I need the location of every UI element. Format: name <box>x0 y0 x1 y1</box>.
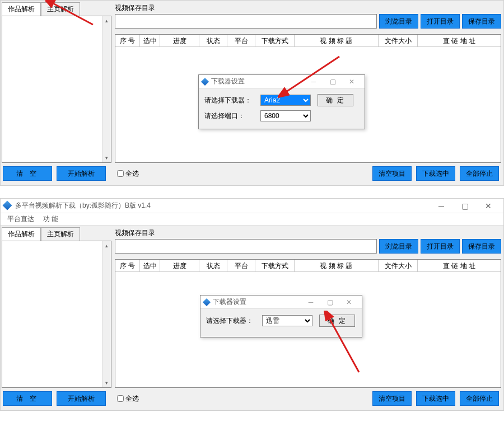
titlebar[interactable]: 多平台视频解析下载（by:孤影随行）B版 v1.4 ─ ▢ ✕ <box>1 199 503 213</box>
th-title[interactable]: 视 频 标 题 <box>295 35 379 46</box>
save-dir-button[interactable]: 保存目录 <box>462 14 501 29</box>
menu-platform[interactable]: 平台直达 <box>3 214 39 224</box>
dialog-title: 下载器设置 <box>211 77 304 86</box>
browse-dir-button[interactable]: 浏览目录 <box>379 14 418 29</box>
downloader-settings-dialog: 下载器设置 ─ ▢ ✕ 请选择下载器： Aria2 确 定 请选择端口： 680… <box>198 74 365 129</box>
downloader-settings-dialog: 下载器设置 ─ ▢ ✕ 请选择下载器： 迅雷 确 定 <box>200 295 362 337</box>
left-bottom-row: 清 空 开始解析 <box>2 163 111 184</box>
scroll-down[interactable]: ▾ <box>102 153 111 162</box>
scrollbar[interactable]: ▴ ▾ <box>102 16 111 162</box>
dialog-confirm-button[interactable]: 确 定 <box>318 94 353 106</box>
dialog-icon <box>204 299 211 306</box>
table-header: 序 号 选中 进度 状态 平台 下载方式 视 频 标 题 文件大小 直 链 地 … <box>115 35 501 47</box>
download-selected-button[interactable]: 下载选中 <box>416 391 455 406</box>
tab-home[interactable]: 主页解析 <box>41 227 80 241</box>
left-listbox[interactable]: ▴ ▾ <box>2 241 111 388</box>
save-dir-section: 视频保存目录 浏览目录 打开目录 保存目录 <box>115 2 501 29</box>
dialog-maximize[interactable]: ▢ <box>320 296 339 308</box>
left-listbox[interactable]: ▴ ▾ <box>2 16 111 163</box>
th-platform[interactable]: 平台 <box>227 35 255 46</box>
close-button[interactable]: ✕ <box>477 199 500 213</box>
clear-button[interactable]: 清 空 <box>3 391 52 406</box>
th-size[interactable]: 文件大小 <box>379 260 418 271</box>
downloader-label: 请选择下载器： <box>204 96 258 105</box>
scroll-up[interactable]: ▴ <box>102 241 111 250</box>
th-size[interactable]: 文件大小 <box>379 35 418 46</box>
start-parse-button[interactable]: 开始解析 <box>57 391 106 406</box>
th-progress[interactable]: 进度 <box>160 35 199 46</box>
dialog-icon <box>202 78 209 85</box>
downloader-select[interactable]: 迅雷 <box>262 315 312 326</box>
clear-items-button[interactable]: 清空项目 <box>372 166 412 181</box>
table-header: 序 号 选中 进度 状态 平台 下载方式 视 频 标 题 文件大小 直 链 地 … <box>115 260 501 272</box>
dialog-maximize[interactable]: ▢ <box>323 76 342 88</box>
app-window-1: 作品解析 主页解析 ▴ ▾ 清 空 开始解析 视频保存目录 <box>0 0 504 186</box>
save-dir-section: 视频保存目录 浏览目录 打开目录 保存目录 <box>115 227 501 254</box>
tab-works[interactable]: 作品解析 <box>2 227 41 241</box>
scrollbar[interactable]: ▴ ▾ <box>102 241 111 387</box>
scroll-down[interactable]: ▾ <box>102 378 111 387</box>
dialog-title: 下载器设置 <box>213 297 301 307</box>
downloader-label: 请选择下载器： <box>206 316 260 326</box>
dialog-close[interactable]: ✕ <box>342 76 361 88</box>
save-dir-row: 浏览目录 打开目录 保存目录 <box>115 239 501 254</box>
download-selected-button[interactable]: 下载选中 <box>416 166 455 181</box>
maximize-button[interactable]: ▢ <box>453 199 477 213</box>
dialog-minimize[interactable]: ─ <box>301 296 320 308</box>
port-row: 请选择端口： 6800 <box>204 109 359 123</box>
clear-button[interactable]: 清 空 <box>3 166 52 181</box>
select-all-label: 全选 <box>125 169 139 179</box>
minimize-button[interactable]: ─ <box>430 199 453 213</box>
menubar: 平台直达 功 能 <box>1 213 503 226</box>
left-panel: 作品解析 主页解析 ▴ ▾ 清 空 开始解析 <box>1 226 113 410</box>
th-progress[interactable]: 进度 <box>160 260 199 271</box>
scroll-up[interactable]: ▴ <box>102 16 111 25</box>
port-select[interactable]: 6800 <box>260 110 311 121</box>
th-selected[interactable]: 选中 <box>140 35 160 46</box>
select-all-input[interactable] <box>117 170 124 177</box>
th-status[interactable]: 状态 <box>199 260 227 271</box>
th-method[interactable]: 下载方式 <box>255 260 295 271</box>
titlebar-controls: ─ ▢ ✕ <box>430 199 500 213</box>
tab-home[interactable]: 主页解析 <box>41 2 80 16</box>
titlebar-text: 多平台视频解析下载（by:孤影随行）B版 v1.4 <box>15 201 430 210</box>
th-url[interactable]: 直 链 地 址 <box>418 35 501 46</box>
left-panel: 作品解析 主页解析 ▴ ▾ 清 空 开始解析 <box>1 1 113 185</box>
browse-dir-button[interactable]: 浏览目录 <box>379 239 418 254</box>
dialog-titlebar[interactable]: 下载器设置 ─ ▢ ✕ <box>199 75 365 88</box>
right-bottom-row: 全选 清空项目 下载选中 全部停止 <box>115 388 501 409</box>
select-all-input[interactable] <box>117 395 124 402</box>
stop-all-button[interactable]: 全部停止 <box>460 391 499 406</box>
downloader-row: 请选择下载器： 迅雷 确 定 <box>206 313 356 328</box>
clear-items-button[interactable]: 清空项目 <box>372 391 412 406</box>
select-all-label: 全选 <box>125 394 139 404</box>
save-dir-button[interactable]: 保存目录 <box>462 239 501 254</box>
tab-works[interactable]: 作品解析 <box>2 2 41 16</box>
downloader-select[interactable]: Aria2 <box>260 95 311 106</box>
dialog-close[interactable]: ✕ <box>339 296 358 308</box>
downloader-row: 请选择下载器： Aria2 确 定 <box>204 93 359 107</box>
save-dir-input[interactable] <box>115 239 377 254</box>
stop-all-button[interactable]: 全部停止 <box>460 166 499 181</box>
open-dir-button[interactable]: 打开目录 <box>421 239 460 254</box>
th-url[interactable]: 直 链 地 址 <box>418 260 501 271</box>
dialog-titlebar[interactable]: 下载器设置 ─ ▢ ✕ <box>200 296 362 309</box>
dialog-minimize[interactable]: ─ <box>304 76 323 88</box>
menu-function[interactable]: 功 能 <box>39 214 63 224</box>
select-all-checkbox[interactable]: 全选 <box>117 394 139 404</box>
app-window-2: 多平台视频解析下载（by:孤影随行）B版 v1.4 ─ ▢ ✕ 平台直达 功 能… <box>0 198 504 411</box>
th-platform[interactable]: 平台 <box>227 260 255 271</box>
th-index[interactable]: 序 号 <box>115 260 140 271</box>
th-index[interactable]: 序 号 <box>115 35 140 46</box>
th-method[interactable]: 下载方式 <box>255 35 295 46</box>
dialog-confirm-button[interactable]: 确 定 <box>319 315 355 327</box>
th-title[interactable]: 视 频 标 题 <box>295 260 379 271</box>
th-selected[interactable]: 选中 <box>140 260 160 271</box>
open-dir-button[interactable]: 打开目录 <box>421 14 460 29</box>
start-parse-button[interactable]: 开始解析 <box>57 166 106 181</box>
save-dir-input[interactable] <box>115 14 377 29</box>
left-bottom-row: 清 空 开始解析 <box>2 388 111 409</box>
select-all-checkbox[interactable]: 全选 <box>117 169 139 179</box>
th-status[interactable]: 状态 <box>199 35 227 46</box>
save-dir-label: 视频保存目录 <box>115 2 501 14</box>
